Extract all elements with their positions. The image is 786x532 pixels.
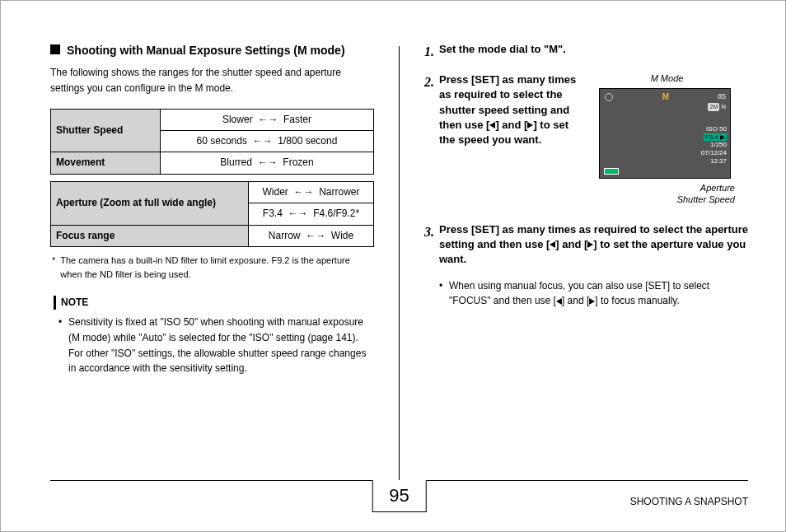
page-number: 95 xyxy=(372,480,426,512)
step-text: Press [SET] as many times as required to… xyxy=(439,72,587,206)
square-bullet-icon xyxy=(50,44,60,54)
time-value: 12:37 xyxy=(701,157,727,166)
val: 60 seconds xyxy=(197,135,247,147)
t: ] to focus manually. xyxy=(595,295,680,306)
camera-screen: M 85 2MN ISO 50 F3.4 ▶ 1/250 07/12/24 12… xyxy=(599,88,731,179)
screen-topbar: M 85 xyxy=(600,91,730,103)
footer-section-title: SHOOTING A SNAPSHOT xyxy=(630,496,748,507)
step-text: Press [SET] as many times as required to… xyxy=(439,222,748,268)
table-aperture: Aperture (Zoom at full wide angle) Wider… xyxy=(50,181,374,247)
heading-text: Shooting with Manual Exposure Settings (… xyxy=(67,42,345,58)
cell-focus-label: Focus range xyxy=(51,225,249,246)
aperture-label: Aperture xyxy=(599,182,735,194)
section-heading: Shooting with Manual Exposure Settings (… xyxy=(50,42,374,58)
cell-aperture-desc: Wider ←→ Narrower xyxy=(249,181,374,203)
cell-shutter-label: Shutter Speed xyxy=(51,109,161,152)
val: 1/800 second xyxy=(278,135,337,147)
fstop-value: F3.4 ▶ xyxy=(704,133,727,142)
date-value: 07/12/24 xyxy=(701,149,727,157)
screen-bottom-labels: Aperture Shutter Speed xyxy=(599,182,735,206)
cell-movement-label: Movement xyxy=(51,152,161,174)
note-body: Sensitivity is fixed at "ISO 50" when sh… xyxy=(54,315,374,376)
step-text: Set the mode dial to "M". xyxy=(439,42,566,57)
mode-badge: M xyxy=(662,91,669,104)
step-number: 3. xyxy=(424,222,434,241)
table-shutter: Shutter Speed Slower ←→ Faster 60 second… xyxy=(50,109,374,175)
t: ] and [ xyxy=(555,238,587,250)
step-2: 2. Press [SET] as many times as required… xyxy=(424,72,748,206)
screen-top-label: M Mode xyxy=(599,72,735,86)
footnote-mark: * xyxy=(52,254,55,281)
iso-value: ISO 50 xyxy=(701,125,727,133)
cell-shutter-range-desc: Slower ←→ Faster xyxy=(160,109,373,130)
val: Wider xyxy=(263,186,288,198)
step-1: 1. Set the mode dial to "M". xyxy=(424,42,748,61)
screen-illustration: M Mode M 85 2MN ISO 50 F3.4 ▶ 1/250 07/ xyxy=(599,72,735,206)
val: Narrower xyxy=(319,186,359,198)
step-number: 1. xyxy=(424,42,434,61)
footer: 95 SHOOTING A SNAPSHOT xyxy=(50,480,748,521)
t: ] and [ xyxy=(495,119,527,131)
cell-movement-vals: Blurred ←→ Frozen xyxy=(160,152,373,174)
cell-focus-vals: Narrow ←→ Wide xyxy=(249,225,374,246)
cell-aperture-vals: F3.4 ←→ F4.6/F9.2* xyxy=(249,203,374,225)
screen-right-values: ISO 50 F3.4 ▶ 1/250 07/12/24 12:37 xyxy=(701,125,727,165)
battery-icon xyxy=(604,168,619,175)
shots-remaining: 85 xyxy=(718,91,726,102)
cell-shutter-range-vals: 60 seconds ←→ 1/800 second xyxy=(160,131,373,152)
footnote: * The camera has a built-in ND filter to… xyxy=(50,254,374,281)
rec-mode-icon xyxy=(605,93,613,101)
val: Slower xyxy=(222,114,253,125)
val: Blurred xyxy=(220,156,252,168)
note-heading: NOTE xyxy=(54,296,88,310)
page: Shooting with Manual Exposure Settings (… xyxy=(1,1,785,462)
step-number: 2. xyxy=(424,72,434,91)
step-3-sub-bullet: When using manual focus, you can also us… xyxy=(424,278,748,308)
quality-indicator: 2MN xyxy=(708,102,726,112)
val: F4.6/F9.2* xyxy=(313,208,359,219)
intro-text: The following shows the ranges for the s… xyxy=(50,65,374,96)
shutter-value: 1/250 xyxy=(701,141,727,149)
cell-aperture-label: Aperture (Zoom at full wide angle) xyxy=(51,181,249,225)
shutter-label: Shutter Speed xyxy=(599,194,735,205)
val: Narrow xyxy=(269,230,301,241)
val: F3.4 xyxy=(263,208,283,219)
val: Faster xyxy=(283,114,311,125)
val: Frozen xyxy=(283,156,313,168)
t: N xyxy=(721,103,726,110)
note-block: NOTE Sensitivity is fixed at "ISO 50" wh… xyxy=(54,296,374,376)
left-column: Shooting with Manual Exposure Settings (… xyxy=(50,42,374,462)
footnote-text: The camera has a built-in ND filter to l… xyxy=(60,254,374,281)
note-bullet: Sensitivity is fixed at "ISO 50" when sh… xyxy=(68,315,374,376)
val: Wide xyxy=(331,230,353,241)
right-column: 1. Set the mode dial to "M". 2. Press [S… xyxy=(424,42,748,462)
step-3: 3. Press [SET] as many times as required… xyxy=(424,222,748,268)
column-divider xyxy=(399,46,400,483)
t: ] and [ xyxy=(562,295,589,306)
left-triangle-icon xyxy=(556,295,562,306)
